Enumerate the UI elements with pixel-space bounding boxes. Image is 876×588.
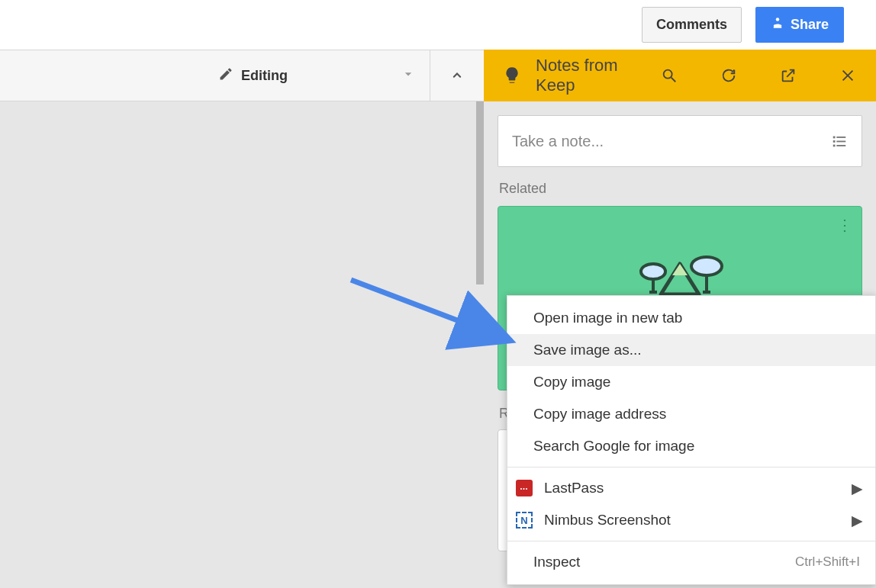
svg-point-0 bbox=[776, 18, 780, 21]
context-nimbus-screenshot[interactable]: N Nimbus Screenshot ▶ bbox=[507, 504, 875, 536]
scrollbar-thumb[interactable] bbox=[476, 101, 484, 284]
lastpass-icon: ••• bbox=[515, 480, 533, 496]
take-note-box[interactable] bbox=[498, 115, 862, 167]
refresh-icon[interactable] bbox=[719, 66, 739, 85]
svg-rect-8 bbox=[836, 137, 845, 138]
keep-title: Notes from Keep bbox=[536, 56, 646, 95]
collapse-button[interactable] bbox=[430, 50, 484, 101]
context-copy-image-address[interactable]: Copy image address bbox=[507, 398, 875, 430]
svg-rect-11 bbox=[833, 145, 836, 147]
more-icon[interactable]: ⋮ bbox=[837, 216, 852, 234]
svg-point-14 bbox=[691, 257, 722, 275]
comments-button[interactable]: Comments bbox=[642, 7, 742, 43]
svg-point-3 bbox=[664, 70, 672, 79]
chevron-down-icon bbox=[401, 66, 416, 85]
svg-rect-9 bbox=[833, 140, 836, 143]
svg-rect-12 bbox=[836, 145, 845, 146]
inspect-shortcut: Ctrl+Shift+I bbox=[795, 554, 860, 570]
context-menu: Open image in new tab Save image as... C… bbox=[507, 295, 876, 585]
svg-rect-10 bbox=[836, 141, 845, 143]
open-external-icon[interactable] bbox=[778, 66, 798, 85]
edit-toolbar: Editing bbox=[0, 50, 484, 101]
search-icon[interactable] bbox=[659, 66, 679, 85]
context-lastpass[interactable]: ••• LastPass ▶ bbox=[507, 472, 875, 504]
share-button[interactable]: Share bbox=[755, 7, 844, 43]
context-inspect[interactable]: Inspect Ctrl+Shift+I bbox=[507, 546, 875, 578]
context-open-image-new-tab[interactable]: Open image in new tab bbox=[507, 302, 875, 334]
note-input[interactable] bbox=[512, 133, 831, 150]
context-search-google-image[interactable]: Search Google for image bbox=[507, 430, 875, 462]
editing-mode-dropdown[interactable]: Editing bbox=[205, 50, 430, 101]
keep-header: Notes from Keep bbox=[484, 50, 876, 101]
related-label: Related bbox=[499, 181, 861, 197]
share-button-label: Share bbox=[791, 17, 829, 33]
close-icon[interactable] bbox=[838, 66, 858, 85]
chevron-right-icon: ▶ bbox=[852, 512, 863, 529]
document-area[interactable] bbox=[0, 101, 484, 588]
nimbus-icon: N bbox=[515, 512, 533, 529]
keep-bulb-icon bbox=[502, 66, 522, 85]
svg-rect-7 bbox=[833, 137, 836, 139]
top-bar: Comments Share bbox=[0, 0, 876, 50]
list-icon[interactable] bbox=[831, 133, 848, 149]
svg-line-4 bbox=[671, 78, 676, 82]
context-copy-image[interactable]: Copy image bbox=[507, 366, 875, 398]
context-save-image-as[interactable]: Save image as... bbox=[507, 334, 875, 366]
editing-mode-label: Editing bbox=[241, 68, 288, 84]
svg-point-13 bbox=[641, 264, 665, 279]
chevron-right-icon: ▶ bbox=[852, 480, 863, 497]
pencil-icon bbox=[218, 66, 233, 85]
share-icon bbox=[771, 16, 784, 34]
